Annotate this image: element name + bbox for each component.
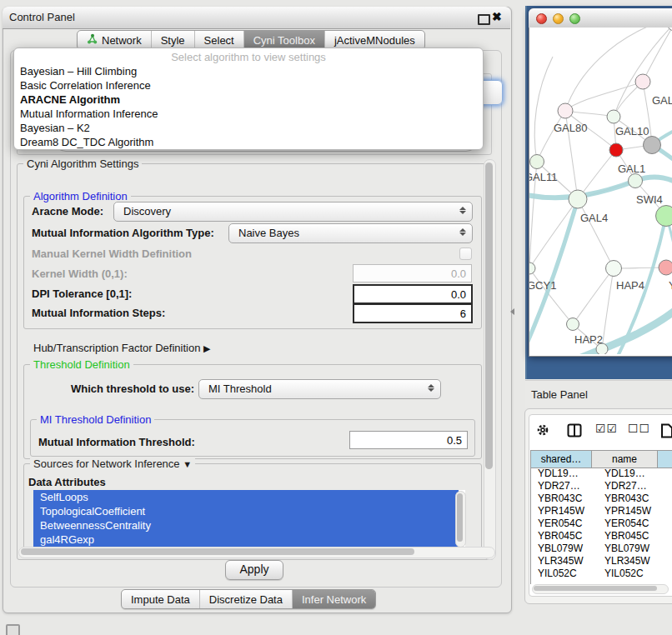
desktop: Control Panel ✖ NetworkStyleSelectCyni T…: [0, 0, 672, 635]
tab-network[interactable]: Network: [78, 31, 151, 49]
tab-cyni-toolbox[interactable]: Cyni Toolbox: [243, 31, 324, 49]
tab-label: jActiveMNodules: [334, 34, 415, 47]
algorithm-option-mutual-information-inference[interactable]: Mutual Information Inference: [14, 107, 483, 121]
column-header-2[interactable]: [658, 451, 672, 468]
algorithm-option-bayesian-k2[interactable]: Bayesian – K2: [14, 121, 483, 135]
table-row[interactable]: YBL079WYBL079W: [531, 542, 672, 555]
manual-kernel-checkbox[interactable]: [459, 248, 472, 260]
table-cell: YDL19…: [598, 468, 669, 480]
column-header-shared-[interactable]: shared…: [531, 451, 592, 468]
tab-jactivemnodules[interactable]: jActiveMNodules: [324, 31, 424, 49]
close-icon[interactable]: ✖: [492, 10, 502, 23]
table-row[interactable]: YDR27…YDR27…12: [531, 480, 672, 492]
mi-steps-field[interactable]: 6: [353, 303, 473, 323]
hub-definition-expander[interactable]: Hub/Transcription Factor Definition ▶: [33, 342, 210, 354]
combo-arrows-icon: [428, 383, 434, 392]
data-attribute-item[interactable]: SelfLoops: [33, 490, 459, 504]
network-node-hap4[interactable]: [606, 261, 622, 277]
settings-hscrollbar-thumb[interactable]: [21, 548, 414, 555]
network-edges: [529, 28, 672, 349]
table-cell: YER054C: [598, 518, 669, 530]
network-node-swi4[interactable]: [629, 174, 643, 188]
select-all-checkboxes-icon[interactable]: ☑☑: [595, 422, 618, 435]
table-row[interactable]: YPR145WYPR145W9.: [531, 505, 672, 518]
tab-style[interactable]: Style: [151, 31, 194, 49]
table-row[interactable]: YER054CYER054C8.: [531, 518, 672, 530]
panel-resize-arrow-icon[interactable]: [510, 308, 514, 315]
mi-type-combo[interactable]: Naive Bayes: [228, 223, 473, 243]
bottom-tab-impute-data[interactable]: Impute Data: [122, 590, 199, 608]
data-attribute-item[interactable]: BetweennessCentrality: [33, 518, 459, 532]
mi-steps-value: 6: [460, 308, 466, 320]
node-table[interactable]: shared…name YDL19…YDL19…13YDR27…YDR27…12…: [530, 450, 672, 584]
table-row[interactable]: YIL052CYIL052C9: [531, 568, 672, 580]
table-cell: YIL052C: [598, 568, 669, 580]
node-label: HAP2: [574, 333, 603, 346]
bottom-tab-label: Impute Data: [131, 593, 190, 606]
mi-threshold-value: 0.5: [447, 434, 462, 447]
expander-down-icon[interactable]: ▼: [183, 459, 192, 469]
columns-icon[interactable]: [567, 423, 582, 441]
algorithm-option-basic-correlation-inference[interactable]: Basic Correlation Inference: [14, 78, 483, 92]
new-table-icon[interactable]: [660, 423, 672, 442]
network-node-gcy1[interactable]: [529, 262, 535, 274]
column-header-name[interactable]: name: [592, 451, 658, 468]
settings-scrollbar-thumb[interactable]: [485, 162, 493, 469]
network-node-gal1[interactable]: [609, 143, 623, 157]
node-label: GAL80: [554, 122, 587, 134]
which-threshold-value: MI Threshold: [208, 382, 272, 395]
float-window-icon[interactable]: [478, 14, 490, 25]
hub-definition-label: Hub/Transcription Factor Definition: [33, 342, 200, 354]
network-node[interactable]: [644, 137, 661, 154]
table-hscrollbar-thumb[interactable]: [534, 586, 657, 591]
combo-arrows-icon: [459, 206, 466, 215]
network-node-gal80[interactable]: [558, 103, 573, 118]
aracne-mode-combo[interactable]: Discovery: [113, 202, 473, 222]
table-row[interactable]: YDL19…YDL19…13: [531, 468, 672, 480]
node-label: GAL1: [618, 162, 645, 175]
bottom-tab-infer-network[interactable]: Infer Network: [292, 590, 375, 608]
algorithm-option-bayesian-hill-climbing[interactable]: Bayesian – Hill Climbing: [14, 64, 483, 78]
data-attribute-item[interactable]: TopologicalCoefficient: [33, 504, 459, 518]
algorithm-option-aracne-algorithm[interactable]: ARACNE Algorithm: [14, 92, 483, 107]
kernel-width-field[interactable]: 0.0: [353, 264, 472, 282]
highlighted-edges: [529, 126, 672, 354]
data-attribute-item[interactable]: gal4RGexp: [33, 532, 459, 547]
network-node-hap2[interactable]: [567, 318, 579, 331]
table-cell: YBL079W: [598, 542, 669, 555]
network-node-gal10[interactable]: [607, 110, 620, 123]
network-node-y[interactable]: [659, 260, 672, 275]
network-node[interactable]: [656, 206, 672, 227]
gear-icon[interactable]: [536, 423, 549, 440]
mi-threshold-field[interactable]: 0.5: [349, 431, 468, 449]
dpi-tolerance-field[interactable]: 0.0: [353, 284, 473, 304]
table-cell: YBR043C: [531, 492, 598, 505]
apply-button[interactable]: Apply: [225, 560, 283, 580]
window-zoom-icon[interactable]: [569, 13, 580, 24]
network-node-gal11[interactable]: [530, 155, 544, 169]
tab-label: Network: [102, 34, 142, 47]
window-close-icon[interactable]: [536, 13, 547, 24]
table-row[interactable]: YBR043CYBR043C: [531, 492, 672, 505]
table-row[interactable]: YLR345WYLR345W9.: [531, 555, 672, 568]
table-cell: YBR043C: [598, 492, 669, 505]
attr-list-scrollbar-thumb[interactable]: [457, 493, 463, 542]
algorithm-option-dream8-dc-tdc-algorithm[interactable]: Dream8 DC_TDC Algorithm: [14, 135, 483, 149]
tab-select[interactable]: Select: [194, 31, 243, 49]
minimized-panel-icon[interactable]: [6, 624, 20, 635]
algorithm-definition-title: Algorithm Definition: [30, 190, 131, 202]
which-threshold-combo[interactable]: MI Threshold: [198, 379, 441, 399]
table-row[interactable]: YBR045CYBR045C9.: [531, 530, 672, 542]
network-node-gal[interactable]: [635, 74, 650, 89]
network-canvas[interactable]: GALGAL80GAL10GAL1GAL11SWI4GAL4GCY1HAP4YH…: [529, 28, 672, 354]
mi-threshold-group-title: MI Threshold Definition: [37, 413, 154, 426]
combo-arrows-icon: [459, 228, 466, 237]
bottom-tab-discretize-data[interactable]: Discretize Data: [199, 590, 292, 608]
network-node-gal4[interactable]: [569, 190, 587, 208]
algorithm-dropdown-prompt: Select algorithm to view settings: [14, 50, 483, 64]
table-cell: YPR145W: [598, 505, 669, 518]
algorithm-dropdown-list: Bayesian – Hill ClimbingBasic Correlatio…: [14, 64, 483, 149]
window-minimize-icon[interactable]: [553, 13, 564, 24]
deselect-all-checkboxes-icon[interactable]: ☐☐: [628, 422, 650, 435]
which-threshold-label: Which threshold to use:: [71, 382, 194, 395]
